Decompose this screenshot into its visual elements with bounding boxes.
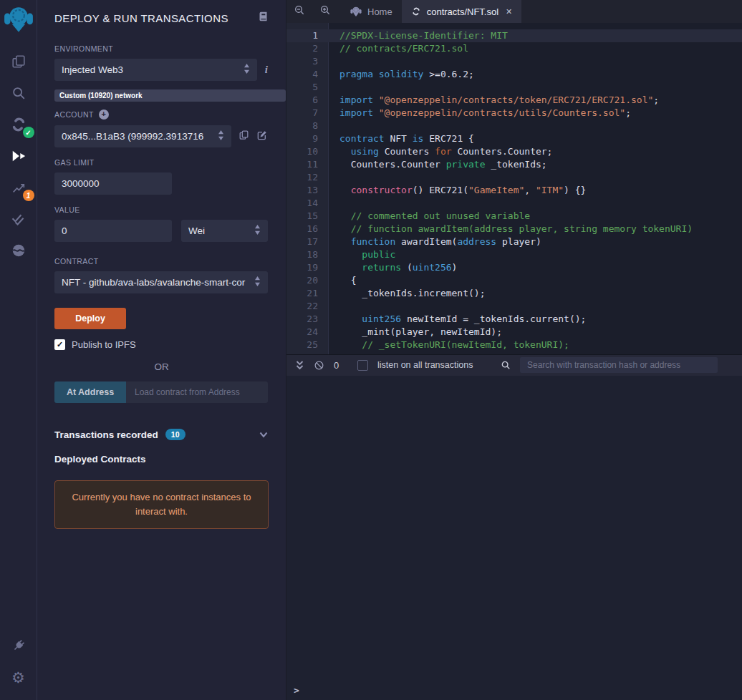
code-line[interactable]: 14 (286, 197, 742, 210)
code-line[interactable]: 21 _tokenIds.increment(); (286, 287, 742, 300)
solidity-file-icon (411, 6, 421, 16)
line-number[interactable]: 12 (286, 171, 328, 184)
line-number[interactable]: 7 (286, 107, 328, 120)
documentation-icon[interactable] (258, 11, 269, 25)
code-line[interactable]: 25 // _setTokenURI(newItemId, tokenURI); (286, 339, 742, 351)
chevron-down-icon[interactable] (259, 428, 268, 441)
line-number[interactable]: 17 (286, 235, 328, 248)
close-tab-icon[interactable]: ✕ (506, 7, 512, 16)
code-line[interactable]: 9contract NFT is ERC721 { (286, 132, 742, 145)
code-line[interactable]: 15 // commented out unused variable (286, 210, 742, 223)
collapse-terminal-icon[interactable] (295, 360, 304, 370)
code-line[interactable]: 19 returns (uint256) (286, 261, 742, 274)
value-input[interactable] (54, 220, 172, 242)
analysis-count-badge: 1 (23, 190, 34, 201)
file-explorer-icon[interactable] (6, 49, 31, 74)
code-line[interactable]: 17 function awardItem(address player) (286, 235, 742, 248)
line-number[interactable]: 8 (286, 120, 328, 132)
line-number[interactable]: 1 (286, 29, 328, 42)
code-line[interactable]: 10 using Counters for Counters.Counter; (286, 145, 742, 158)
code-text: import "@openzeppelin/contracts/utils/Co… (328, 107, 631, 120)
line-number[interactable]: 16 (286, 223, 328, 235)
terminal-search-input[interactable] (520, 357, 718, 373)
listen-transactions-checkbox[interactable] (357, 360, 368, 371)
at-address-input[interactable] (126, 381, 268, 403)
zoom-out-icon[interactable] (294, 4, 305, 19)
search-plugin-icon[interactable] (6, 81, 31, 105)
code-line[interactable]: 13 constructor() ERC721("GameItem", "ITM… (286, 184, 742, 197)
line-number[interactable]: 6 (286, 94, 328, 107)
code-text (328, 171, 339, 184)
value-unit-select[interactable]: Wei (181, 220, 268, 242)
publish-checkbox-checked[interactable]: ✓ (54, 339, 65, 350)
edit-account-icon[interactable] (256, 130, 268, 144)
code-line[interactable]: 11 Counters.Counter private _tokenIds; (286, 158, 742, 171)
zoom-in-icon[interactable] (319, 4, 331, 19)
gas-limit-input[interactable] (54, 172, 172, 195)
line-number[interactable]: 14 (286, 197, 328, 210)
contract-select[interactable]: NFT - github/ava-labs/avalanche-smart-co… (54, 271, 268, 293)
clear-console-icon[interactable] (314, 360, 324, 371)
line-number[interactable]: 18 (286, 248, 328, 261)
terminal-toolbar: 0 listen on all transactions (286, 354, 742, 376)
deploy-and-run-icon[interactable] (6, 144, 31, 168)
line-number[interactable]: 19 (286, 261, 328, 274)
line-number[interactable]: 3 (286, 55, 328, 68)
terminal-output[interactable]: > (286, 376, 742, 700)
account-select[interactable]: 0x845...B1aB3 (999992.3913716 (54, 125, 231, 147)
solidity-compiler-icon[interactable]: ✓ (6, 112, 31, 137)
line-number[interactable]: 9 (286, 132, 328, 145)
line-number[interactable]: 25 (286, 339, 328, 351)
settings-icon[interactable]: ⚙ (6, 665, 31, 689)
line-number[interactable]: 26 (286, 351, 328, 354)
environment-info-icon[interactable]: i (265, 64, 268, 76)
add-account-icon[interactable]: + (99, 110, 109, 120)
code-editor[interactable]: 1//SPDX-License-Identifier: MIT2// contr… (286, 23, 742, 354)
line-number[interactable]: 15 (286, 210, 328, 223)
line-number[interactable]: 22 (286, 300, 328, 313)
code-line[interactable]: 6import "@openzeppelin/contracts/token/E… (286, 94, 742, 107)
panel-title: DEPLOY & RUN TRANSACTIONS (54, 12, 228, 24)
code-line[interactable]: 5 (286, 81, 742, 94)
environment-select[interactable]: Injected Web3 (54, 59, 257, 81)
account-label: ACCOUNT (54, 110, 94, 119)
code-line[interactable]: 18 public (286, 248, 742, 261)
line-number[interactable]: 23 (286, 313, 328, 326)
line-number[interactable]: 24 (286, 326, 328, 339)
code-text: // commented out unused variable (328, 210, 530, 223)
editor-tabbar: Home contracts/NFT.sol ✕ (286, 0, 742, 23)
at-address-button[interactable]: At Address (54, 381, 126, 403)
pending-tx-count: 0 (334, 360, 339, 371)
code-line[interactable]: 1//SPDX-License-Identifier: MIT (286, 29, 742, 42)
copy-account-icon[interactable] (238, 130, 249, 143)
plugin-manager-icon[interactable] (6, 633, 31, 658)
line-number[interactable]: 2 (286, 42, 328, 55)
tab-home[interactable]: Home (341, 0, 402, 23)
unit-testing-icon[interactable] (6, 207, 31, 231)
code-line[interactable]: 3 (286, 55, 742, 68)
code-line[interactable]: 2// contracts/ERC721.sol (286, 42, 742, 55)
line-number[interactable]: 4 (286, 68, 328, 81)
publish-ipfs-toggle[interactable]: ✓ Publish to IPFS (54, 339, 268, 350)
code-line[interactable]: 12 (286, 171, 742, 184)
code-line[interactable]: 4pragma solidity >=0.6.2; (286, 68, 742, 81)
code-line[interactable]: 7import "@openzeppelin/contracts/utils/C… (286, 107, 742, 120)
code-line[interactable]: 8 (286, 120, 742, 132)
tab-nft-sol[interactable]: contracts/NFT.sol ✕ (402, 0, 522, 23)
code-line[interactable]: 16 // function awardItem(address player,… (286, 223, 742, 235)
code-line[interactable]: 26 (286, 351, 742, 354)
line-number[interactable]: 10 (286, 145, 328, 158)
updown-arrows-icon (254, 225, 261, 237)
line-number[interactable]: 20 (286, 274, 328, 287)
deploy-button[interactable]: Deploy (54, 308, 126, 329)
static-analysis-icon[interactable]: 1 (6, 175, 31, 200)
line-number[interactable]: 13 (286, 184, 328, 197)
code-line[interactable]: 24 _mint(player, newItemId); (286, 326, 742, 339)
code-line[interactable]: 20 { (286, 274, 742, 287)
code-line[interactable]: 23 uint256 newItemId = _tokenIds.current… (286, 313, 742, 326)
line-number[interactable]: 11 (286, 158, 328, 171)
debugger-icon[interactable] (6, 238, 31, 263)
line-number[interactable]: 5 (286, 81, 328, 94)
code-line[interactable]: 22 (286, 300, 742, 313)
line-number[interactable]: 21 (286, 287, 328, 300)
